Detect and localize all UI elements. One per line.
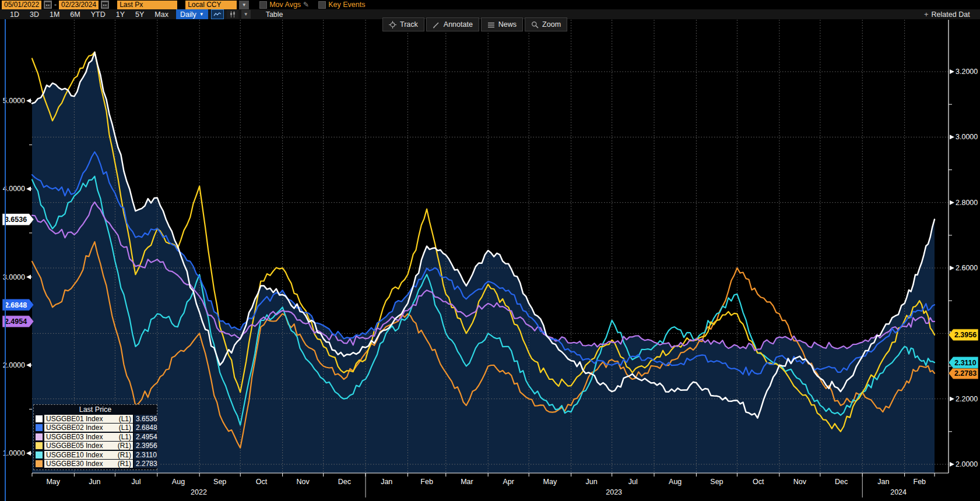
year-label: 2023 — [606, 488, 622, 496]
series-last-value: 2.4954 — [134, 433, 159, 441]
month-label: Jan — [877, 478, 889, 486]
month-label: Aug — [172, 478, 185, 486]
month-label: Oct — [256, 478, 268, 486]
legend-row[interactable]: USGGBE30 Index(R1)2.2783 — [36, 460, 155, 469]
series-last-value: 2.6848 — [134, 424, 159, 432]
series-last-value: 2.3110 — [134, 451, 159, 459]
chart-action-bar: Track Annotate News Zoom — [382, 17, 567, 31]
month-label: May — [46, 478, 60, 486]
tick-arrow-icon — [26, 186, 31, 191]
tick-arrow-icon — [950, 462, 954, 467]
zoom-button[interactable]: Zoom — [525, 17, 567, 31]
track-label: Track — [400, 20, 418, 29]
month-label: Jun — [89, 478, 100, 486]
right-axis-tick-label: 3.2000 — [956, 68, 978, 76]
month-label: Jul — [628, 478, 638, 486]
legend-rows: USGGBE01 Index(L1)3.6536USGGBE02 Index(L… — [36, 414, 155, 468]
series-swatch — [36, 460, 43, 467]
month-label: Nov — [793, 478, 807, 486]
axis-badge-value: 2.3110 — [954, 359, 977, 367]
month-label: Mar — [461, 478, 473, 486]
series-last-value: 3.6536 — [134, 415, 159, 423]
tick-arrow-icon — [26, 275, 31, 280]
left-axis-tick-label: 2.0000 — [3, 361, 25, 369]
legend-row[interactable]: USGGBE03 Index(L1)2.4954 — [36, 432, 155, 442]
track-button[interactable]: Track — [382, 17, 424, 31]
tick-arrow-icon — [26, 451, 31, 456]
left-axis-tick-label: 4.0000 — [3, 185, 25, 193]
news-button[interactable]: News — [481, 17, 523, 31]
magnifier-icon — [531, 21, 539, 29]
series-swatch — [36, 415, 43, 422]
series-last-value: 2.2783 — [134, 460, 159, 468]
month-label: Jan — [381, 478, 392, 486]
zoom-label: Zoom — [542, 20, 561, 29]
right-axis-tick-label: 2.0000 — [956, 460, 978, 468]
year-label: 2022 — [191, 488, 207, 496]
right-axis-tick-label: 2.2000 — [956, 395, 978, 403]
month-label: Nov — [297, 478, 310, 486]
month-label: Apr — [503, 478, 514, 486]
area-fill — [32, 52, 935, 473]
series-name: USGGBE30 Index(R1) — [44, 460, 133, 468]
tick-arrow-icon — [950, 397, 954, 401]
series-name: USGGBE01 Index(L1) — [44, 415, 133, 423]
month-label: Dec — [338, 478, 351, 486]
axis-badge-value: 2.3956 — [954, 331, 977, 339]
axis-badge-value: 2.6848 — [5, 301, 27, 309]
month-label: Dec — [835, 478, 848, 486]
legend-row[interactable]: USGGBE05 Index(R1)2.3956 — [36, 442, 155, 451]
left-axis-tick-label: 5.0000 — [3, 97, 25, 105]
month-label: Aug — [669, 478, 682, 486]
right-axis-tick-label: 2.6000 — [956, 264, 978, 272]
annotate-label: Annotate — [444, 20, 473, 29]
right-axis-tick-label: 2.8000 — [956, 199, 978, 207]
tick-arrow-icon — [950, 266, 954, 270]
legend-row[interactable]: USGGBE10 Index(R1)2.3110 — [36, 450, 155, 460]
month-label: May — [543, 478, 557, 486]
legend-title: Last Price — [36, 405, 155, 414]
month-label: Feb — [914, 478, 926, 486]
tick-arrow-icon — [950, 69, 954, 74]
panel-divider — [5, 19, 6, 501]
tick-arrow-icon — [950, 200, 954, 205]
annotate-button[interactable]: Annotate — [426, 17, 479, 31]
legend-box: Last Price USGGBE01 Index(L1)3.6536USGGB… — [33, 404, 157, 470]
series-name: USGGBE10 Index(R1) — [44, 451, 133, 459]
month-label: Jun — [586, 478, 598, 486]
axis-badge-value: 2.4954 — [5, 317, 27, 326]
crosshair-icon — [389, 21, 396, 29]
news-label: News — [498, 20, 517, 29]
tick-arrow-icon — [26, 363, 31, 368]
tick-arrow-icon — [950, 135, 954, 139]
series-name: USGGBE02 Index(L1) — [44, 424, 133, 432]
month-label: Feb — [420, 478, 433, 486]
tick-arrow-icon — [26, 98, 31, 103]
series-swatch — [36, 442, 43, 449]
right-axis-tick-label: 3.0000 — [956, 133, 978, 141]
axis-badge-value: 3.6536 — [5, 216, 27, 224]
series-swatch — [36, 424, 43, 431]
series-swatch — [36, 451, 43, 458]
month-label: Sep — [213, 478, 226, 486]
year-label: 2024 — [890, 488, 907, 496]
month-label: Jul — [132, 478, 141, 486]
axis-badge-value: 2.2783 — [954, 369, 977, 377]
series-swatch — [36, 433, 43, 440]
month-label: Sep — [710, 478, 723, 486]
series-last-value: 2.3956 — [134, 442, 159, 450]
month-label: Oct — [753, 478, 764, 486]
legend-row[interactable]: USGGBE01 Index(L1)3.6536 — [36, 414, 155, 424]
left-axis-tick-label: 3.0000 — [3, 273, 25, 281]
pencil-icon — [433, 21, 440, 29]
series-name: USGGBE03 Index(L1) — [44, 433, 133, 441]
series-name: USGGBE05 Index(R1) — [44, 442, 133, 450]
news-icon — [487, 21, 495, 29]
legend-row[interactable]: USGGBE02 Index(L1)2.6848 — [36, 424, 155, 433]
left-axis-tick-label: 1.0000 — [3, 449, 25, 457]
